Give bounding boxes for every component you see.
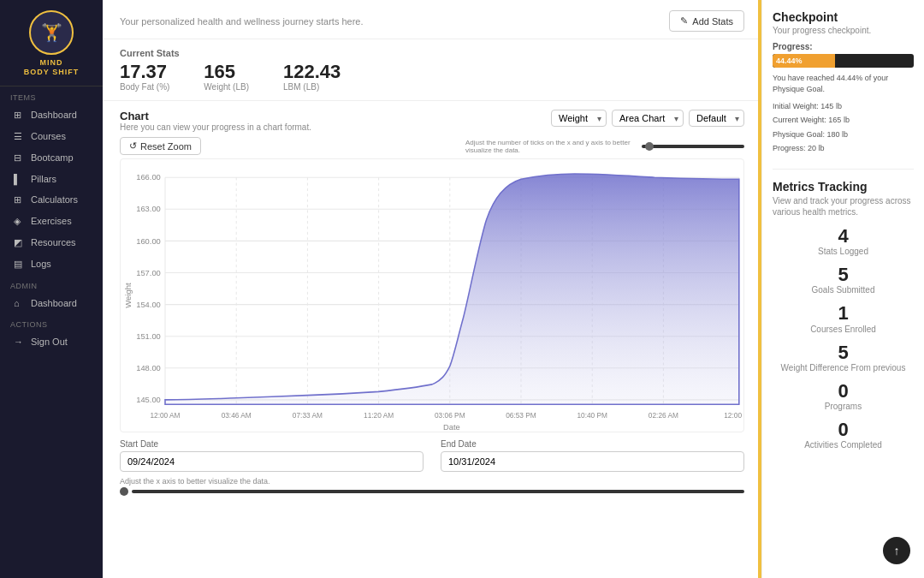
progress-label: Progress: (773, 42, 914, 51)
sidebar-item-resources[interactable]: ◩ Resources (3, 233, 99, 253)
sidebar-item-dashboard[interactable]: ⊞ Dashboard (3, 105, 99, 125)
sidebar-actions-label: Actions (0, 313, 103, 331)
sidebar-item-label: Sign Out (31, 337, 68, 347)
tick-slider-track[interactable] (642, 145, 744, 148)
chart-container: 166.00 163.00 160.00 157.00 154.00 151.0… (120, 158, 744, 432)
metric-label: Courses Enrolled (773, 325, 914, 334)
default-select-wrapper: Default (689, 110, 744, 127)
metric-label: Activities Completed (773, 440, 914, 450)
metric-programs: 0 Programs (773, 381, 914, 411)
svg-text:02:26 AM: 02:26 AM (649, 411, 678, 420)
svg-text:03:46 AM: 03:46 AM (222, 411, 252, 420)
svg-text:154.00: 154.00 (136, 300, 161, 309)
body-fat-value: 17.37 (120, 62, 169, 82)
x-slider-track[interactable] (132, 490, 744, 493)
metric-value: 5 (773, 265, 914, 285)
reset-icon: ↺ (129, 140, 137, 152)
svg-text:07:33 AM: 07:33 AM (293, 411, 323, 420)
start-date-field: Start Date (120, 439, 424, 472)
svg-text:11:20 AM: 11:20 AM (364, 411, 394, 420)
chart-svg: 166.00 163.00 160.00 157.00 154.00 151.0… (121, 159, 743, 432)
svg-text:145.00: 145.00 (136, 395, 161, 404)
svg-text:160.00: 160.00 (136, 236, 161, 246)
x-slider-left-thumb (120, 487, 128, 496)
chart-type-select[interactable]: Area Chart (612, 110, 684, 127)
svg-text:03:06 PM: 03:06 PM (435, 411, 465, 420)
scroll-to-top-button[interactable]: ↑ (883, 537, 910, 564)
sidebar-item-bootcamp[interactable]: ⊟ Bootcamp (3, 148, 99, 168)
right-panel: Checkpoint Your progress checkpoint. Pro… (761, 0, 924, 578)
svg-text:12:00 AM: 12:00 AM (150, 411, 180, 420)
sidebar-item-exercises[interactable]: ◈ Exercises (3, 212, 99, 231)
svg-text:151.00: 151.00 (136, 331, 161, 341)
sidebar-item-sign-out[interactable]: → Sign Out (3, 332, 99, 351)
tick-control: Adjust the number of ticks on the x and … (465, 139, 744, 154)
svg-text:Weight: Weight (124, 283, 133, 308)
sidebar-admin-label: Admin (0, 275, 103, 293)
sidebar-item-label: Dashboard (31, 110, 77, 120)
end-date-field: End Date (441, 439, 744, 472)
default-select[interactable]: Default (689, 110, 744, 127)
date-row: Start Date End Date (120, 439, 744, 472)
chart-controls: Weight Area Chart Default (551, 110, 744, 127)
sidebar: 🏋 MIND BODY SHIFT Items ⊞ Dashboard ☰ Co… (0, 0, 103, 578)
sidebar-items-label: Items (0, 86, 103, 104)
progress-bar-fill: 44.44% (773, 54, 835, 68)
weight-value: 165 (204, 62, 249, 82)
x-slider-container (120, 487, 744, 496)
checkpoint-title: Checkpoint (773, 10, 914, 24)
sidebar-item-admin-dashboard[interactable]: ⌂ Dashboard (3, 294, 99, 313)
checkpoint-subtitle: Your progress checkpoint. (773, 26, 914, 35)
accent-bar (758, 0, 761, 578)
sidebar-item-courses[interactable]: ☰ Courses (3, 127, 99, 146)
sidebar-item-label: Pillars (31, 174, 56, 184)
reset-zoom-label: Reset Zoom (140, 141, 192, 152)
courses-icon: ☰ (14, 131, 26, 142)
weight-select-wrapper: Weight (551, 110, 607, 127)
tick-slider-thumb (645, 142, 654, 151)
sidebar-item-logs[interactable]: ▤ Logs (3, 254, 99, 274)
metric-label: Stats Logged (773, 247, 914, 256)
metric-goals-submitted: 5 Goals Submitted (773, 265, 914, 295)
logs-icon: ▤ (14, 259, 26, 270)
sidebar-item-calculators[interactable]: ⊞ Calculators (3, 190, 99, 210)
physique-goal-stat: Physique Goal: 180 lb (773, 128, 914, 141)
top-bar: Your personalized health and wellness jo… (103, 0, 761, 39)
sidebar-item-label: Courses (31, 131, 66, 141)
end-date-label: End Date (441, 439, 744, 449)
tick-slider-row (642, 145, 744, 148)
exercises-icon: ◈ (14, 216, 26, 227)
end-date-input[interactable] (441, 451, 744, 472)
reset-zoom-button[interactable]: ↺ Reset Zoom (120, 137, 201, 155)
sidebar-item-label: Resources (31, 237, 76, 247)
chart-title-area: Chart Here you can view your progress in… (120, 110, 311, 132)
progress-bar-track: 44.44% (773, 54, 914, 68)
svg-text:12:00 AM: 12:00 AM (724, 411, 743, 420)
metric-value: 1 (773, 303, 914, 324)
lbm-value: 122.43 (283, 62, 341, 82)
metric-value: 4 (773, 226, 914, 247)
sidebar-item-pillars[interactable]: ▌ Pillars (3, 170, 99, 188)
bootcamp-icon: ⊟ (14, 152, 26, 164)
metric-weight-difference: 5 Weight Difference From previous (773, 343, 914, 372)
weight-select[interactable]: Weight (551, 110, 607, 127)
metric-value: 0 (773, 381, 914, 402)
svg-text:166.00: 166.00 (136, 172, 161, 182)
chart-section: Chart Here you can view your progress in… (103, 101, 761, 578)
svg-text:163.00: 163.00 (136, 205, 161, 214)
metric-label: Goals Submitted (773, 285, 914, 295)
logo-text: MIND BODY SHIFT (24, 58, 79, 77)
add-stats-label: Add Stats (692, 16, 733, 27)
metric-value: 0 (773, 420, 914, 440)
add-stats-button[interactable]: ✎ Add Stats (669, 10, 744, 32)
metric-stats-logged: 4 Stats Logged (773, 226, 914, 256)
start-date-input[interactable] (120, 451, 424, 472)
current-stats-title: Current Stats (120, 48, 744, 58)
progress-stat: Progress: 20 lb (773, 141, 914, 155)
checkpoint-section: Checkpoint Your progress checkpoint. Pro… (773, 10, 914, 155)
chart-subtitle: Here you can view your progress in a cha… (120, 122, 311, 132)
tick-hint: Adjust the number of ticks on the x and … (465, 139, 637, 154)
sidebar-item-label: Logs (31, 259, 51, 269)
resources-icon: ◩ (14, 237, 26, 248)
sidebar-item-label: Calculators (31, 194, 78, 205)
